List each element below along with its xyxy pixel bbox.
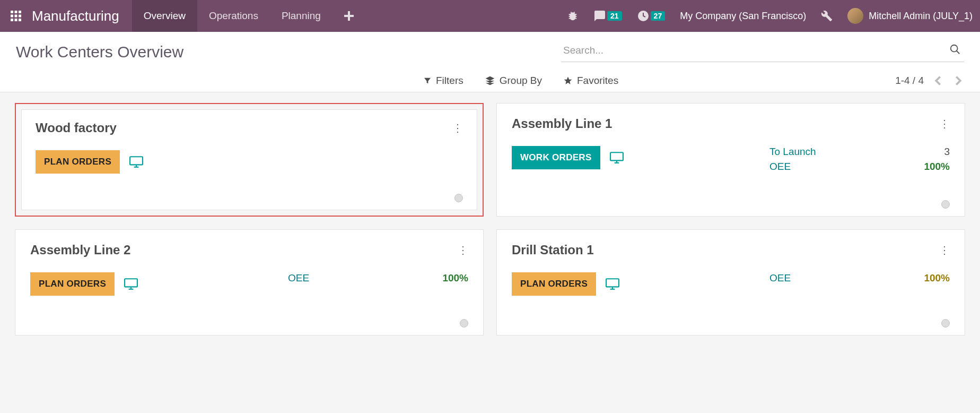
status-dot[interactable] — [460, 319, 468, 328]
svg-rect-17 — [610, 152, 623, 160]
monitor-icon[interactable] — [610, 152, 624, 164]
workcenter-card[interactable]: Drill Station 1 ⋮ PLAN ORDERS OEE 100% — [496, 229, 965, 335]
plan-orders-button[interactable]: PLAN ORDERS — [30, 272, 115, 296]
pager-next[interactable] — [952, 75, 964, 86]
monitor-icon[interactable] — [124, 278, 138, 290]
stat-value: 100% — [442, 272, 468, 284]
pager: 1-4 / 4 — [895, 75, 964, 87]
svg-rect-6 — [11, 19, 13, 21]
stat-value: 3 — [944, 146, 950, 158]
search-icon[interactable] — [949, 44, 961, 55]
stat-value: 100% — [924, 272, 950, 284]
svg-rect-7 — [15, 19, 18, 21]
svg-line-13 — [957, 51, 960, 54]
card-menu-icon[interactable]: ⋮ — [939, 118, 950, 129]
monitor-icon[interactable] — [606, 278, 619, 290]
pager-value[interactable]: 1-4 / 4 — [895, 75, 924, 87]
star-icon — [563, 76, 573, 85]
activity-badge: 27 — [651, 11, 666, 21]
svg-rect-0 — [11, 11, 13, 13]
svg-rect-4 — [15, 15, 18, 18]
svg-rect-1 — [15, 11, 18, 13]
svg-point-12 — [951, 45, 958, 52]
svg-rect-2 — [19, 11, 21, 13]
svg-rect-23 — [606, 279, 619, 287]
svg-rect-8 — [19, 19, 21, 21]
svg-rect-5 — [19, 15, 21, 18]
plan-orders-button[interactable]: PLAN ORDERS — [36, 150, 120, 174]
search-input[interactable] — [561, 41, 964, 62]
svg-rect-20 — [125, 279, 137, 287]
plan-orders-button[interactable]: PLAN ORDERS — [512, 272, 596, 296]
status-dot[interactable] — [941, 319, 950, 328]
nav-planning[interactable]: Planning — [270, 0, 332, 32]
card-title: Assembly Line 2 — [30, 243, 130, 257]
card-title: Wood factory — [36, 121, 117, 135]
messaging-icon[interactable]: 21 — [586, 10, 629, 22]
avatar — [847, 8, 863, 24]
stat-label[interactable]: To Launch — [769, 146, 816, 158]
kanban-view: Wood factory ⋮ PLAN ORDERS Assembly Line… — [0, 92, 980, 346]
status-dot[interactable] — [941, 200, 950, 209]
card-menu-icon[interactable]: ⋮ — [939, 245, 950, 255]
main-navbar: Manufacturing Overview Operations Planni… — [0, 0, 980, 32]
status-dot[interactable] — [454, 194, 463, 202]
nav-operations[interactable]: Operations — [197, 0, 270, 32]
nav-new-icon[interactable] — [332, 11, 365, 21]
nav-overview[interactable]: Overview — [132, 0, 197, 32]
filters-button[interactable]: Filters — [423, 75, 463, 87]
funnel-icon — [423, 76, 432, 85]
workcenter-card[interactable]: Wood factory ⋮ PLAN ORDERS — [15, 103, 484, 217]
card-menu-icon[interactable]: ⋮ — [452, 123, 463, 133]
favorites-button[interactable]: Favorites — [563, 75, 618, 87]
svg-rect-14 — [130, 157, 143, 165]
pager-prev[interactable] — [932, 75, 944, 86]
card-title: Assembly Line 1 — [512, 116, 612, 131]
card-menu-icon[interactable]: ⋮ — [458, 245, 468, 255]
debug-icon[interactable] — [559, 10, 586, 22]
stat-label[interactable]: OEE — [769, 272, 791, 284]
stat-label[interactable]: OEE — [288, 272, 309, 284]
apps-icon[interactable] — [0, 11, 32, 21]
svg-rect-3 — [11, 15, 13, 18]
activity-icon[interactable]: 27 — [629, 10, 673, 22]
page-title: Work Centers Overview — [16, 43, 183, 61]
user-name: Mitchell Admin (JULY_1) — [869, 11, 973, 22]
control-panel: Work Centers Overview Filters Group By F… — [0, 32, 980, 92]
monitor-icon[interactable] — [129, 156, 143, 168]
messaging-badge: 21 — [607, 11, 622, 21]
stat-value: 100% — [924, 161, 950, 173]
stat-label[interactable]: OEE — [769, 161, 791, 173]
work-orders-button[interactable]: WORK ORDERS — [512, 146, 600, 169]
workcenter-card[interactable]: Assembly Line 1 ⋮ WORK ORDERS To Launch … — [496, 103, 965, 217]
tools-icon[interactable] — [813, 10, 840, 22]
groupby-button[interactable]: Group By — [485, 75, 542, 87]
app-brand[interactable]: Manufacturing — [32, 8, 132, 24]
layers-icon — [485, 75, 495, 86]
workcenter-card[interactable]: Assembly Line 2 ⋮ PLAN ORDERS OEE 100% — [15, 229, 484, 335]
company-switcher[interactable]: My Company (San Francisco) — [672, 11, 813, 22]
user-menu[interactable]: Mitchell Admin (JULY_1) — [840, 8, 980, 24]
svg-rect-10 — [344, 15, 354, 17]
card-title: Drill Station 1 — [512, 243, 594, 257]
